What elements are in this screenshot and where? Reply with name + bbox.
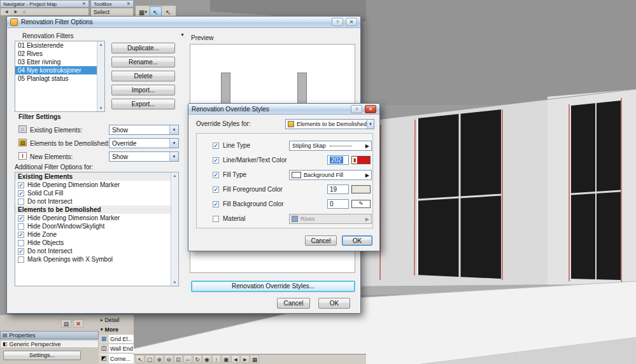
override-dialog-titlebar[interactable]: Renovation Override Styles ? ✕ (188, 104, 379, 115)
close-button[interactable]: ✕ (365, 105, 376, 113)
camera-icon[interactable]: ▣ (222, 355, 230, 363)
toolbox-palette-titlebar[interactable]: ToolBox ✕ (90, 0, 134, 8)
help-button[interactable]: ? (332, 18, 343, 26)
zoom-in-icon[interactable]: ⊕ (155, 355, 164, 363)
navigator-close-icon[interactable]: ✕ (81, 1, 87, 6)
ok-button[interactable]: OK (342, 235, 372, 246)
forward-icon[interactable]: ► (11, 9, 20, 15)
line-type-checkbox[interactable] (213, 143, 219, 149)
close-palette-icon[interactable]: ✕ (73, 319, 83, 328)
perspective-row[interactable]: ◧ Generic Perspective (0, 340, 99, 348)
settings-button[interactable]: Settings... (3, 351, 81, 360)
checkbox[interactable] (18, 215, 24, 221)
fill-type-checkbox[interactable] (213, 172, 219, 178)
options-scrollbar[interactable]: ▲▼ (171, 172, 178, 286)
fill-bg-pen-field[interactable]: 0 (327, 199, 349, 209)
close-button[interactable]: ✕ (346, 18, 357, 26)
filters-scrollbar[interactable]: ▲▼ (97, 41, 104, 111)
additional-options-list[interactable]: Existing Elements Hide Opening Dimension… (15, 172, 179, 286)
orbit-icon[interactable]: ↻ (193, 355, 202, 363)
zoom-out-icon[interactable]: ⊖ (164, 355, 173, 363)
walk-icon[interactable]: ↑ (212, 355, 221, 363)
line-color-swatch[interactable]: ▮ (351, 156, 371, 164)
option-row[interactable]: Hide Opening Dimension Marker (15, 181, 178, 189)
more-label: More (105, 326, 119, 333)
filter-list-item-selected[interactable]: 04 Nye konstruksjoner (15, 66, 104, 74)
cancel-button[interactable]: Cancel (277, 298, 310, 309)
print-icon[interactable]: ▤ (61, 319, 71, 328)
option-row[interactable]: Hide Objects (15, 239, 178, 247)
export-button[interactable]: Export... (111, 99, 175, 109)
pan-icon[interactable]: ⇔ (183, 355, 192, 363)
toolbox-close-icon[interactable]: ✕ (125, 1, 132, 6)
line-color-checkbox[interactable] (213, 157, 219, 164)
navigator-palette-titlebar[interactable]: Navigator - Project Map ✕ (0, 0, 89, 8)
fit-view-icon[interactable]: ⊡ (174, 355, 183, 363)
checkbox[interactable] (18, 232, 24, 238)
previous-view-icon[interactable]: ◄ (231, 355, 240, 363)
option-row[interactable]: Do not Intersect (15, 247, 178, 255)
chevron-right-icon: ▸ (101, 318, 103, 323)
filter-list-item[interactable]: 03 Etter rivning (15, 58, 104, 66)
checkbox[interactable] (18, 199, 24, 205)
checkbox[interactable] (18, 223, 24, 230)
option-row[interactable]: Hide Opening Dimension Marker (15, 214, 178, 222)
navigator-title: Navigator - Project Map (3, 1, 57, 7)
renovation-filters-list[interactable]: 01 Eksisterende 02 Rives 03 Etter rivnin… (15, 41, 105, 112)
fill-fg-pen-value: 19 (330, 186, 337, 193)
toolbox-section-detail[interactable]: ▸ Detail (99, 316, 134, 324)
material-checkbox[interactable] (213, 216, 219, 222)
fill-type-select[interactable]: Background Fill ▶ (289, 170, 372, 180)
fill-fg-swatch[interactable] (351, 185, 371, 193)
properties-panel-header[interactable]: ▤ Properties (0, 331, 99, 339)
line-type-select[interactable]: Stipling Skap ▶ (289, 141, 372, 151)
checkbox[interactable] (18, 240, 24, 246)
ok-button[interactable]: OK (318, 298, 350, 309)
group-header-label: Existing Elements (18, 173, 73, 180)
filters-heading: Renovation Filters (22, 32, 74, 39)
fill-fg-pen-field[interactable]: 19 (327, 185, 349, 194)
fill-bg-swatch[interactable]: ✎ (351, 200, 371, 208)
cancel-button[interactable]: Cancel (305, 235, 337, 246)
option-row[interactable]: Do not Intersect (15, 197, 178, 206)
fill-fg-checkbox[interactable] (213, 186, 219, 193)
line-color-pen-field[interactable]: 202 (327, 155, 349, 165)
rename-button[interactable]: Rename... (111, 57, 175, 67)
checkbox[interactable] (18, 256, 24, 263)
override-for-select[interactable]: Elements to be Demolished ▼ (285, 119, 374, 129)
renovation-override-styles-button[interactable]: Renovation Override Styles... (191, 281, 355, 292)
new-elements-label: New Elements: (30, 153, 73, 160)
full-view-icon[interactable]: ▦ (250, 355, 259, 363)
option-row[interactable]: Mark Openings with X Symbol (15, 255, 178, 263)
home-icon[interactable]: ⌂ (21, 9, 28, 15)
import-button[interactable]: Import... (111, 85, 175, 95)
duplicate-button[interactable]: Duplicate... (111, 43, 175, 53)
demolished-elements-select[interactable]: Override ▼ (109, 138, 179, 148)
option-row[interactable]: Hide Zone (15, 230, 178, 239)
new-elements-select[interactable]: Show ▼ (109, 151, 179, 162)
filter-list-item[interactable]: 01 Eksisterende (15, 41, 104, 50)
help-button[interactable]: ? (351, 105, 362, 113)
filter-list-item[interactable]: 05 Planlagt status (15, 74, 104, 83)
option-row[interactable]: Solid Cut Fill (15, 189, 178, 197)
select-arrow-icon[interactable]: ↖ (136, 355, 145, 363)
existing-elements-select[interactable]: Show ▼ (109, 125, 179, 135)
checkbox[interactable] (18, 182, 24, 188)
filters-flyout-icon[interactable]: ▼ (180, 32, 185, 37)
delete-button[interactable]: Delete (111, 71, 175, 81)
toolbox-section-more[interactable]: ▾ More (99, 325, 134, 333)
checkbox[interactable] (18, 190, 24, 197)
checkbox[interactable] (18, 248, 24, 255)
look-around-icon[interactable]: ◉ (202, 355, 211, 363)
fill-bg-checkbox[interactable] (213, 201, 219, 207)
back-icon[interactable]: ◄ (2, 9, 11, 15)
fill-bg-label: Fill Background Color (223, 200, 284, 207)
toolbox-item-corner[interactable]: ◩ Corne... (99, 354, 134, 364)
filter-dialog-titlebar[interactable]: Renovation Filter Options ? ✕ (7, 17, 360, 28)
marquee-icon[interactable]: ▢ (145, 355, 154, 363)
next-view-icon[interactable]: ► (241, 355, 250, 363)
toolbox-item-grid-element[interactable]: ▦ Grid El... (99, 335, 134, 344)
option-row[interactable]: Hide Door/Window/Skylight (15, 222, 178, 230)
filter-list-item[interactable]: 02 Rives (15, 50, 104, 58)
toolbox-item-wall-end[interactable]: ◫ Wall End (99, 344, 134, 353)
